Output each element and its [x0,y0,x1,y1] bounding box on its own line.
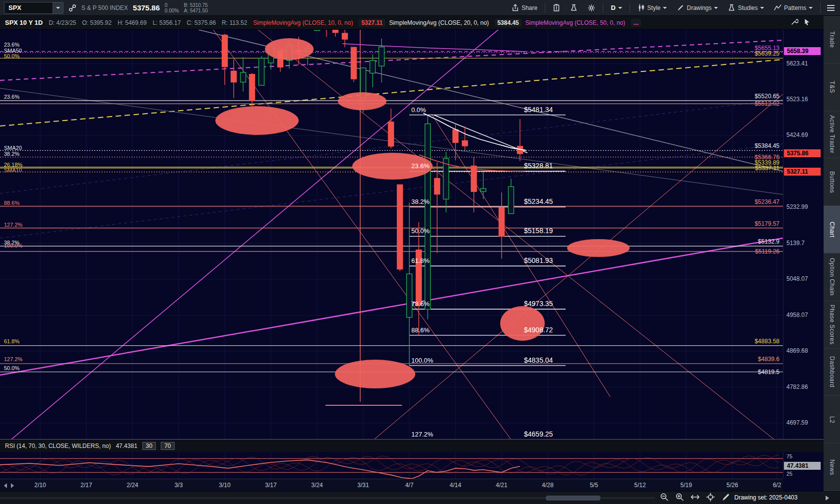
main-chart-canvas[interactable]: 0.0%$5481.3423.6%$5328.8138.2%$5234.4550… [0,30,783,439]
ellipse-drawing[interactable] [335,360,415,388]
gear-icon [587,4,595,12]
share-button[interactable]: Share [509,2,540,13]
drawing-set-label[interactable]: Drawing set: 2025-0403 [734,494,797,501]
price-level-label: $5119.26 [755,248,779,255]
price-axis-tick: 4697.59 [786,419,808,426]
tab-news[interactable]: News [824,443,840,491]
tab-buttons[interactable]: Buttons [824,158,840,206]
fib-percent-label: 78.6% [411,300,430,308]
analyze-flask-button[interactable] [568,2,580,13]
study-label[interactable]: SimpleMovingAvg (CLOSE, 50, 0, no) [525,19,625,26]
study-value[interactable]: 5384.45 [495,19,521,27]
drawings-dropdown[interactable]: Drawings [674,2,720,13]
price-level-label: $5639.25 [755,50,779,57]
ellipse-drawing[interactable] [500,306,545,341]
tab-chart[interactable]: Chart [824,206,840,253]
ohlc-item: D: 4/23/25 [49,19,76,26]
arrow-cursor-icon[interactable] [803,18,811,25]
main-menu-button[interactable] [826,3,836,12]
candle-body [499,207,505,236]
time-axis[interactable]: 2/102/172/243/33/103/173/243/314/74/144/… [0,479,783,492]
tab-t-s[interactable]: T&S [824,63,840,111]
price-axis[interactable]: 5623.415523.165424.695232.995139.75048.0… [783,30,824,439]
candle-body [462,141,468,146]
link-icon[interactable] [68,4,76,12]
ohlc-item: R: 113.52 [222,19,247,26]
ellipse-drawing[interactable] [567,239,630,257]
study-label[interactable]: SimpleMovingAvg (CLOSE, 20, 0, no) [389,19,489,26]
scroll-right-button[interactable] [11,483,14,488]
ask-value: A: 5471.50 [184,8,207,13]
fib-percent-label: 88.6% [411,326,430,334]
rsi-value: 47.4381 [116,442,137,449]
fib-percent-label: 23.6% [411,162,430,170]
chart-region: SPX 10 Y 1D D: 4/23/25O: 5395.92H: 5469.… [0,16,824,491]
ohlc-item: O: 5395.92 [82,19,112,26]
zoom-in-button[interactable] [675,493,684,502]
price-level-label: $4839.6 [758,356,780,363]
study-value[interactable]: 5327.11 [359,19,385,27]
chevron-down-icon [809,7,813,9]
rsi-oversold-chip[interactable]: 30 [142,442,156,450]
candle-body [241,72,246,82]
ellipse-drawing[interactable] [215,106,299,135]
tab-active-trader[interactable]: Active Trader [824,111,840,159]
studies-dropdown[interactable]: Studies [725,2,767,13]
zoom-out-button[interactable] [660,493,669,502]
report-button[interactable] [550,2,563,13]
left-level-label: 23.6% [4,94,19,100]
style-dropdown[interactable]: Style [635,2,670,13]
candle-body [388,122,394,146]
candle-body [425,124,431,310]
tab-option-chain[interactable]: Option Chain [824,253,840,301]
ellipse-drawing[interactable] [338,92,387,110]
pan-mode-button[interactable] [691,493,700,502]
chart-hscrollb​ar-thumb[interactable] [546,496,600,501]
price-level-label: $5520.65 [755,93,779,100]
fib-percent-label: 61.8% [411,257,430,264]
tab-l2[interactable]: L2 [824,396,840,443]
candle-body [435,178,440,194]
time-axis-label: 5/26 [726,482,738,489]
wrench-icon[interactable] [791,18,798,25]
settings-button[interactable] [585,2,598,13]
top-toolbar: SPX S & P 500 INDEX 5375.86 0 0.00% B: 5… [0,0,840,16]
symbol-value: SPX [4,4,53,11]
price-level-label: $5179.57 [755,220,779,227]
time-axis-label: 6/2 [773,482,781,489]
candle-body [231,71,237,82]
price-axis-tick: 5424.69 [786,131,808,138]
candle-body [259,58,264,85]
fib-price-label: $5328.81 [524,162,553,170]
study-value[interactable]: ... [631,19,641,27]
symbol-input[interactable]: SPX [4,2,64,14]
time-axis-label: 3/10 [219,482,230,489]
tab-trade[interactable]: Trade [824,16,840,63]
tab-dashboard[interactable]: Dashboard [824,349,840,396]
rsi-overbought-chip[interactable]: 70 [161,442,174,450]
patterns-dropdown[interactable]: Patterns [772,2,815,13]
time-axis-label: 4/21 [496,482,507,489]
chevron-down-icon [618,7,622,9]
rsi-pane[interactable] [0,452,783,479]
bid-ask-block: B: 5310.75 A: 5471.50 [184,2,207,13]
ellipse-drawing[interactable] [265,38,314,60]
time-axis-label: 3/31 [357,482,369,489]
drawing-tool-button[interactable] [721,493,730,502]
timeframe-dropdown[interactable]: D [608,2,624,13]
ohlc-item: L: 5356.17 [153,19,181,26]
study-label[interactable]: SimpleMovingAvg (CLOSE, 10, 0, no) [253,19,353,26]
symbol-dropdown-button[interactable] [53,2,63,13]
bottom-status-bar: Drawing set: 2025-0403 [0,491,840,504]
ohlc-readout: D: 4/23/25O: 5395.92H: 5469.69L: 5356.17… [49,19,247,26]
time-axis-label: 2/17 [80,482,92,489]
time-axis-label: 4/7 [405,482,414,489]
chevron-down-icon [663,7,667,9]
scroll-left-button[interactable] [4,483,7,488]
fib-percent-label: 0.0% [411,106,426,114]
rsi-study-header[interactable]: RSI (14, 70, 30, CLOSE, WILDERS, no) 47.… [0,439,824,452]
chevron-right-icon[interactable] [826,496,829,501]
symbol-description: S & P 500 INDEX [81,4,128,11]
crosshair-button[interactable] [706,493,715,502]
tab-phase-scores[interactable]: Phase Scores [824,301,840,349]
